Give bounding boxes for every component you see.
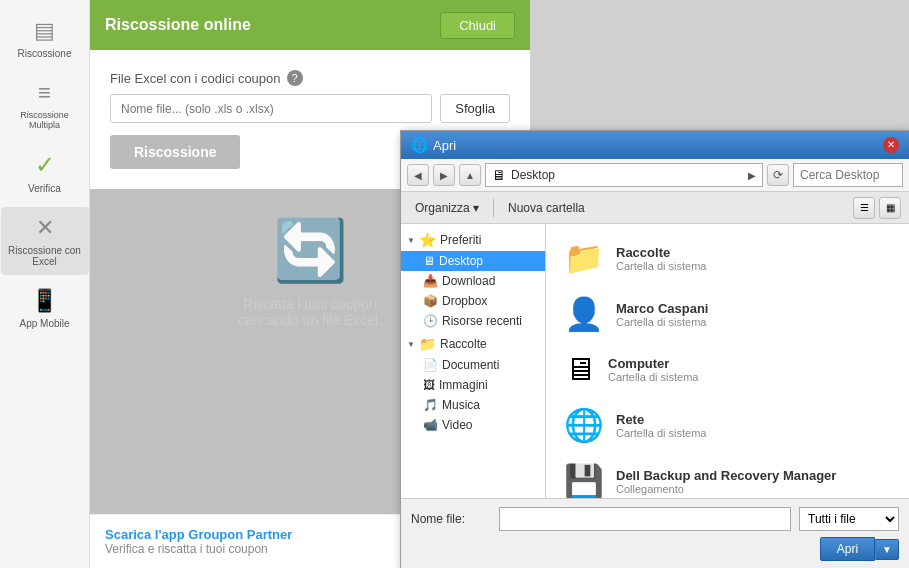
computer-file-icon: 🖥 — [564, 351, 596, 388]
file-name-computer: Computer — [608, 356, 891, 371]
apri-arrow-button[interactable]: ▼ — [875, 539, 899, 560]
dialog-close-button[interactable]: ✕ — [883, 137, 899, 153]
download-label: Download — [442, 274, 495, 288]
riscossione-button[interactable]: Riscossione — [110, 135, 240, 169]
preferiti-parent[interactable]: ▼ ⭐ Preferiti — [401, 229, 545, 251]
dialog-toolbar: Organizza ▾ Nuova cartella ☰ ▦ — [401, 192, 909, 224]
risorse-label: Risorse recenti — [442, 314, 522, 328]
desktop-label: Desktop — [439, 254, 483, 268]
filename-label: Nome file: — [411, 512, 491, 526]
dropbox-nav-item[interactable]: 📦 Dropbox — [401, 291, 545, 311]
sidebar-item-excel[interactable]: ✕ Riscossione con Excel — [1, 207, 89, 275]
file-item-raccolte[interactable]: 📁 Raccolte Cartella di sistema — [556, 234, 899, 282]
file-desc-raccolte: Cartella di sistema — [616, 260, 891, 272]
desktop-nav-item[interactable]: 🖥 Desktop — [401, 251, 545, 271]
dialog-nav-tree: ▼ ⭐ Preferiti 🖥 Desktop 📥 Download 📦 Dro… — [401, 224, 546, 498]
search-input[interactable] — [793, 163, 903, 187]
desktop-icon: 🖥 — [423, 254, 435, 268]
file-name-marco: Marco Caspani — [616, 301, 891, 316]
raccolte-file-icon: 📁 — [564, 239, 604, 277]
view-button-2[interactable]: ▦ — [879, 197, 901, 219]
file-item-marco[interactable]: 👤 Marco Caspani Cartella di sistema — [556, 290, 899, 338]
apri-button[interactable]: Apri — [820, 537, 875, 561]
file-info-raccolte: Raccolte Cartella di sistema — [616, 245, 891, 272]
sidebar-item-riscossione-multipla[interactable]: ≡ Riscossione Multipla — [1, 72, 89, 138]
excel-icon: ✕ — [36, 215, 54, 241]
file-input-row: Sfoglia — [110, 94, 510, 123]
documenti-icon: 📄 — [423, 358, 438, 372]
raccolte-icon: 📁 — [419, 336, 436, 352]
file-info-marco: Marco Caspani Cartella di sistema — [616, 301, 891, 328]
sync-icon: 🔄 — [273, 215, 348, 286]
filetype-select[interactable]: Tutti i file — [799, 507, 899, 531]
organizza-button[interactable]: Organizza ▾ — [409, 198, 485, 218]
video-icon: 📹 — [423, 418, 438, 432]
file-name-raccolte: Raccolte — [616, 245, 891, 260]
download-nav-item[interactable]: 📥 Download — [401, 271, 545, 291]
filename-row: Nome file: Tutti i file — [411, 507, 899, 531]
dialog-chrome-icon: 🌐 — [411, 137, 428, 153]
file-input[interactable] — [110, 94, 432, 123]
placeholder-text: Riscatta i tuoi couponcaricando un file … — [238, 296, 382, 328]
sidebar-item-verifica[interactable]: ✓ Verifica — [1, 143, 89, 202]
modal-header: Riscossione online Chiudi — [90, 0, 530, 50]
file-item-dell[interactable]: 💾 Dell Backup and Recovery Manager Colle… — [556, 457, 899, 498]
file-name-dell: Dell Backup and Recovery Manager — [616, 468, 891, 483]
documenti-label: Documenti — [442, 358, 499, 372]
file-desc-rete: Cartella di sistema — [616, 427, 891, 439]
file-item-computer[interactable]: 🖥 Computer Cartella di sistema — [556, 346, 899, 393]
sidebar-item-label-riscossione: Riscossione — [18, 48, 72, 59]
musica-icon: 🎵 — [423, 398, 438, 412]
sidebar-item-label-verifica: Verifica — [28, 183, 61, 194]
modal-title: Riscossione online — [105, 16, 251, 34]
filename-input[interactable] — [499, 507, 791, 531]
sidebar: ▤ Riscossione ≡ Riscossione Multipla ✓ V… — [0, 0, 90, 568]
sidebar-item-riscossione[interactable]: ▤ Riscossione — [1, 10, 89, 67]
dialog-title-left: 🌐 Apri — [411, 137, 456, 153]
desktop-folder-icon: 🖥 — [492, 167, 506, 183]
risorse-recenti-nav-item[interactable]: 🕒 Risorse recenti — [401, 311, 545, 331]
nuova-cartella-button[interactable]: Nuova cartella — [502, 198, 591, 218]
address-text: Desktop — [511, 168, 743, 182]
file-name-rete: Rete — [616, 412, 891, 427]
refresh-button[interactable]: ⟳ — [767, 164, 789, 186]
immagini-label: Immagini — [439, 378, 488, 392]
up-button[interactable]: ▲ — [459, 164, 481, 186]
dialog-titlebar: 🌐 Apri ✕ — [401, 131, 909, 159]
file-item-rete[interactable]: 🌐 Rete Cartella di sistema — [556, 401, 899, 449]
file-desc-dell: Collegamento — [616, 483, 891, 495]
marco-file-icon: 👤 — [564, 295, 604, 333]
raccolte-parent[interactable]: ▼ 📁 Raccolte — [401, 333, 545, 355]
sfoglia-button[interactable]: Sfoglia — [440, 94, 510, 123]
raccolte-label: Raccolte — [440, 337, 487, 351]
dropbox-icon: 📦 — [423, 294, 438, 308]
back-button[interactable]: ◀ — [407, 164, 429, 186]
file-info-dell: Dell Backup and Recovery Manager Collega… — [616, 468, 891, 495]
preferiti-label: Preferiti — [440, 233, 481, 247]
file-label: File Excel con i codici coupon ? — [110, 70, 510, 86]
sidebar-item-app-mobile[interactable]: 📱 App Mobile — [1, 280, 89, 337]
documenti-nav-item[interactable]: 📄 Documenti — [401, 355, 545, 375]
address-field[interactable]: 🖥 Desktop ▶ — [485, 163, 763, 187]
toolbar-right: ☰ ▦ — [853, 197, 901, 219]
download-icon: 📥 — [423, 274, 438, 288]
preferiti-section: ▼ ⭐ Preferiti 🖥 Desktop 📥 Download 📦 Dro… — [401, 229, 545, 331]
riscossione-icon: ▤ — [34, 18, 55, 44]
dialog-addressbar: ◀ ▶ ▲ 🖥 Desktop ▶ ⟳ — [401, 159, 909, 192]
dialog-body: ▼ ⭐ Preferiti 🖥 Desktop 📥 Download 📦 Dro… — [401, 224, 909, 498]
dialog-file-list: 📁 Raccolte Cartella di sistema 👤 Marco C… — [546, 224, 909, 498]
musica-nav-item[interactable]: 🎵 Musica — [401, 395, 545, 415]
preferiti-icon: ⭐ — [419, 232, 436, 248]
expand-icon-2: ▼ — [407, 340, 415, 349]
video-nav-item[interactable]: 📹 Video — [401, 415, 545, 435]
address-arrow-icon: ▶ — [748, 170, 756, 181]
file-dialog: 🌐 Apri ✕ ◀ ▶ ▲ 🖥 Desktop ▶ ⟳ Organizza ▾… — [400, 130, 909, 568]
file-info-rete: Rete Cartella di sistema — [616, 412, 891, 439]
verifica-icon: ✓ — [35, 151, 55, 179]
chiudi-button[interactable]: Chiudi — [440, 12, 515, 39]
view-button[interactable]: ☰ — [853, 197, 875, 219]
immagini-nav-item[interactable]: 🖼 Immagini — [401, 375, 545, 395]
file-info-computer: Computer Cartella di sistema — [608, 356, 891, 383]
forward-button[interactable]: ▶ — [433, 164, 455, 186]
help-icon[interactable]: ? — [287, 70, 303, 86]
